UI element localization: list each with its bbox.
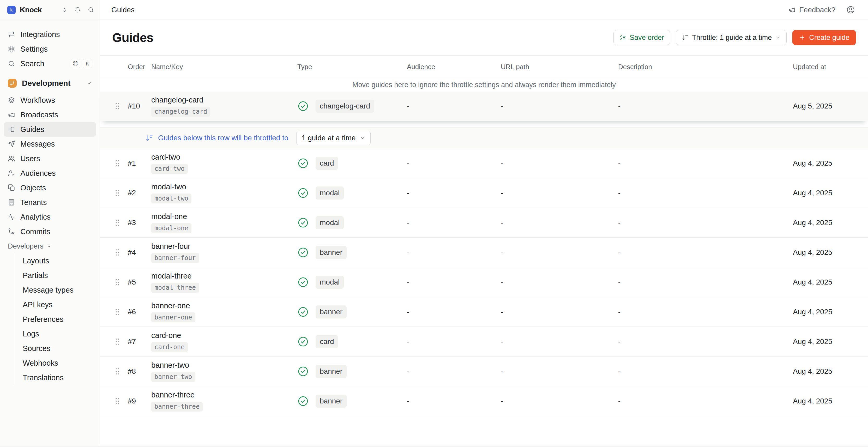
guide-name-key: modal-onemodal-one	[145, 212, 291, 233]
guide-row[interactable]: #9banner-threebanner-threebanner---Aug 4…	[100, 386, 868, 416]
column-header-description: Description	[612, 63, 786, 71]
guide-type-badge: card	[316, 335, 338, 348]
shortcut-key: K	[83, 59, 92, 68]
sidebar-item-workflows[interactable]: Workflows	[4, 93, 96, 107]
guide-row[interactable]: #8banner-twobanner-twobanner---Aug 4, 20…	[100, 356, 868, 386]
guide-url-path: -	[495, 278, 612, 286]
drag-handle[interactable]	[110, 160, 125, 167]
guide-name: card-two	[151, 153, 180, 161]
sidebar-item-settings[interactable]: Settings	[4, 42, 96, 56]
drag-handle[interactable]	[110, 249, 125, 256]
guide-row[interactable]: #7card-onecard-onecard---Aug 4, 2025	[100, 327, 868, 356]
guide-name-key: modal-twomodal-two	[145, 183, 291, 203]
sidebar-item-search[interactable]: Search⌘K	[4, 56, 96, 71]
throttle-dropdown-button[interactable]: Throttle: 1 guide at a time	[676, 30, 786, 45]
sidebar-item-partials[interactable]: Partials	[14, 268, 96, 283]
drag-handle[interactable]	[110, 279, 125, 286]
chevron-down-icon	[360, 135, 365, 140]
main-content: Guides Feedback? Guides Save order Throt…	[100, 0, 868, 447]
building-icon	[8, 199, 15, 206]
activity-icon	[8, 213, 15, 221]
gear-icon	[8, 45, 15, 53]
guide-updated-at: Aug 4, 2025	[786, 338, 858, 346]
sidebar-item-api-keys[interactable]: API keys	[14, 297, 96, 312]
guide-row[interactable]: #1card-twocard-twocard---Aug 4, 2025	[100, 149, 868, 178]
guide-description: -	[612, 367, 786, 376]
guide-row[interactable]: #2modal-twomodal-twomodal---Aug 4, 2025	[100, 178, 868, 208]
guide-description: -	[612, 308, 786, 316]
guide-name-key: banner-fourbanner-four	[145, 242, 291, 263]
sidebar-item-sources[interactable]: Sources	[14, 341, 96, 356]
sidebar-item-broadcasts[interactable]: Broadcasts	[4, 107, 96, 122]
sidebar-item-audiences[interactable]: Audiences	[4, 166, 96, 181]
guide-order: #2	[125, 189, 145, 197]
workspace-name: Knock	[20, 6, 42, 14]
guide-name-key: banner-threebanner-three	[145, 391, 291, 412]
guide-updated-at: Aug 4, 2025	[786, 219, 858, 227]
notifications-bell-icon[interactable]	[74, 6, 81, 13]
workspace-switcher-icon[interactable]	[62, 7, 67, 13]
workspace-header[interactable]: k Knock	[0, 0, 100, 20]
developers-section-toggle[interactable]: Developers	[4, 239, 96, 254]
guide-row[interactable]: #3modal-onemodal-onemodal---Aug 4, 2025	[100, 208, 868, 237]
sidebar-item-guides[interactable]: Guides	[4, 122, 96, 137]
drag-handle[interactable]	[110, 308, 125, 316]
save-order-button[interactable]: Save order	[614, 30, 670, 45]
sidebar-item-label: Message types	[23, 286, 73, 294]
sort-descending-icon	[146, 134, 153, 142]
sidebar-item-label: Workflows	[20, 96, 55, 104]
guide-type-cell: banner	[291, 365, 401, 378]
user-check-icon	[8, 169, 15, 177]
sidebar-item-label: Webhooks	[23, 359, 58, 368]
sidebar-item-label: Integrations	[20, 30, 60, 39]
guide-row[interactable]: #4banner-fourbanner-fourbanner---Aug 4, …	[100, 237, 868, 267]
sidebar-item-users[interactable]: Users	[4, 151, 96, 166]
sidebar-item-commits[interactable]: Commits	[4, 224, 96, 239]
sidebar-item-messages[interactable]: Messages	[4, 137, 96, 151]
guide-updated-at: Aug 4, 2025	[786, 248, 858, 257]
drag-handle[interactable]	[110, 397, 125, 405]
sidebar-item-label: Settings	[20, 45, 48, 54]
sidebar-item-webhooks[interactable]: Webhooks	[14, 356, 96, 370]
environment-switcher[interactable]: Development	[4, 76, 96, 91]
sidebar-item-preferences[interactable]: Preferences	[14, 312, 96, 326]
sidebar-item-logs[interactable]: Logs	[14, 326, 96, 341]
guide-key-badge: card-two	[151, 164, 188, 174]
sidebar-item-message-types[interactable]: Message types	[14, 283, 96, 297]
guide-audience: -	[401, 308, 495, 316]
copy-icon	[8, 184, 15, 191]
column-header-audience: Audience	[401, 63, 495, 71]
guide-description: -	[612, 278, 786, 286]
guide-updated-at: Aug 4, 2025	[786, 397, 858, 405]
drag-handle[interactable]	[110, 338, 125, 345]
create-guide-button[interactable]: Create guide	[793, 30, 856, 45]
throttle-divider-row: Guides below this row will be throttled …	[100, 128, 868, 149]
account-avatar-icon[interactable]	[846, 5, 855, 14]
drag-handle[interactable]	[110, 219, 125, 226]
sidebar-item-tenants[interactable]: Tenants	[4, 195, 96, 210]
sidebar-item-objects[interactable]: Objects	[4, 181, 96, 195]
search-icon[interactable]	[88, 6, 94, 13]
sidebar-item-translations[interactable]: Translations	[14, 370, 96, 385]
guide-description: -	[612, 189, 786, 197]
column-header-type: Type	[291, 63, 401, 71]
sidebar-item-integrations[interactable]: Integrations	[4, 27, 96, 42]
knock-logo: k	[7, 6, 16, 14]
feedback-button[interactable]: Feedback?	[788, 6, 835, 14]
sidebar-item-layouts[interactable]: Layouts	[14, 254, 96, 268]
sidebar-item-analytics[interactable]: Analytics	[4, 210, 96, 224]
guide-row[interactable]: #6banner-onebanner-onebanner---Aug 4, 20…	[100, 297, 868, 327]
sort-descending-icon	[682, 34, 688, 41]
throttle-value-select[interactable]: 1 guide at a time	[296, 131, 371, 145]
drag-handle[interactable]	[110, 102, 125, 110]
guide-type-badge: card	[316, 157, 338, 170]
drag-handle[interactable]	[110, 368, 125, 375]
guide-description: -	[612, 159, 786, 167]
sidebar-item-label: Messages	[20, 140, 55, 149]
drag-handle[interactable]	[110, 189, 125, 197]
breadcrumb[interactable]: Guides	[112, 6, 134, 14]
sidebar-item-label: Preferences	[23, 315, 63, 324]
check-circle-icon	[297, 217, 309, 228]
guide-row[interactable]: #10changelog-cardchangelog-cardchangelog…	[100, 92, 868, 121]
guide-row[interactable]: #5modal-threemodal-threemodal---Aug 4, 2…	[100, 267, 868, 297]
